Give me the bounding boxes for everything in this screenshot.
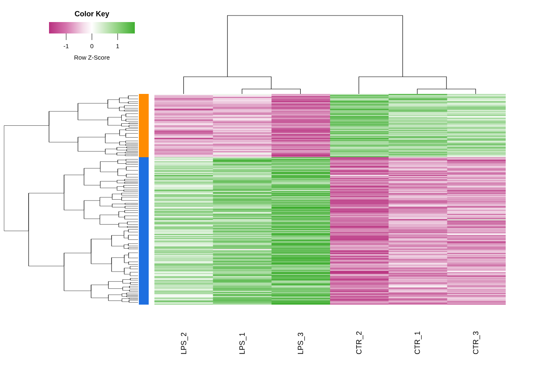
color-key: Color Key -1 0 1 Row Z-Score [41, 7, 143, 81]
svg-rect-1200 [213, 303, 272, 305]
scale-tick-neg1: -1 [63, 42, 69, 49]
color-key-xlabel: Row Z-Score [74, 54, 110, 61]
col-label-2: LPS_3 [297, 332, 305, 354]
heatmap-body [154, 94, 506, 305]
col-label-4: CTR_1 [413, 331, 422, 354]
svg-rect-1201 [272, 303, 330, 305]
col-label-1: LPS_1 [238, 332, 247, 354]
color-key-title: Color Key [74, 10, 109, 18]
svg-rect-4 [154, 8, 506, 95]
col-label-0: LPS_2 [180, 332, 188, 354]
svg-rect-0 [49, 22, 135, 33]
row-cluster-bar [139, 94, 149, 305]
svg-rect-1204 [447, 303, 506, 305]
svg-rect-1203 [388, 303, 447, 305]
column-dendrogram-clean [154, 8, 506, 95]
cluster-B-bar [139, 157, 149, 305]
scale-tick-0: 0 [90, 42, 94, 49]
svg-rect-1199 [154, 303, 213, 305]
svg-rect-1202 [330, 303, 389, 305]
col-label-3: CTR_2 [355, 331, 364, 354]
col-label-5: CTR_3 [472, 331, 480, 354]
cluster-A-bar [139, 94, 149, 157]
column-labels: LPS_2 LPS_1 LPS_3 CTR_2 CTR_1 CTR_3 [154, 305, 506, 363]
row-dendrogram [0, 94, 139, 305]
scale-tick-pos1: 1 [116, 42, 119, 49]
